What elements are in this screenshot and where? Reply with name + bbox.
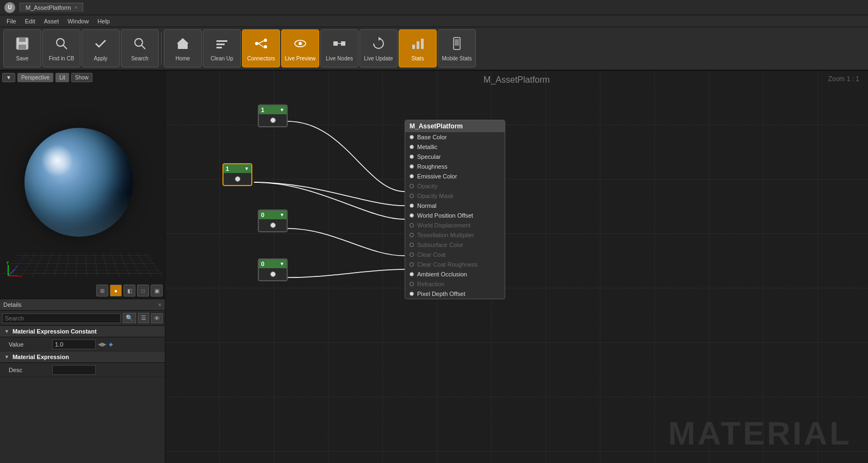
details-search-button[interactable]: 🔍 <box>123 313 136 323</box>
mat-pin-row-ambient-occlusion[interactable]: Ambient Occlusion <box>405 269 505 279</box>
plane-tool[interactable]: ◧ <box>123 285 135 297</box>
apply-button[interactable]: Apply <box>82 29 120 67</box>
home-button[interactable]: Home <box>164 29 202 67</box>
property-stepper[interactable]: ◀▶ <box>98 341 107 347</box>
node1-output-pin[interactable] <box>270 118 276 123</box>
node4-output-pin[interactable] <box>270 271 276 277</box>
live-update-button[interactable]: Live Update <box>359 29 398 67</box>
cube-tool[interactable]: □ <box>137 285 149 297</box>
live-preview-button[interactable]: Live Preview <box>281 29 319 67</box>
mat-pin-row-specular[interactable]: Specular <box>405 152 505 162</box>
search-button[interactable]: Search <box>121 29 159 67</box>
material-node[interactable]: M_AssetPlatform Base ColorMetallicSpecul… <box>405 120 505 299</box>
constant-node-4[interactable]: 0 ▼ <box>258 258 288 281</box>
mat-pin-label: Ambient Occlusion <box>417 271 467 277</box>
mat-pin-row-clear-coat-roughness[interactable]: Clear Coat Roughness <box>405 260 505 269</box>
mat-pin-row-clear-coat[interactable]: Clear Coat <box>405 250 505 260</box>
details-panel: Details × 🔍 ☰ 👁 Material Expression Cons… <box>0 299 165 463</box>
apply-label: Apply <box>94 55 107 61</box>
live-preview-label: Live Preview <box>285 55 316 61</box>
property-input-value[interactable] <box>52 339 96 349</box>
property-label: Value <box>9 341 52 348</box>
viewport[interactable]: ▼ Perspective Lit Show x y z <box>0 71 165 299</box>
mat-pin-row-subsurface-color[interactable]: Subsurface Color <box>405 240 505 250</box>
constant-node-2[interactable]: 1 ▼ <box>222 163 252 186</box>
svg-line-6 <box>141 45 145 49</box>
mat-pin-label: Refraction <box>417 281 444 287</box>
perspective-btn[interactable]: Perspective <box>17 73 53 82</box>
mat-pin-row-world-position-offset[interactable]: World Position Offset <box>405 211 505 220</box>
svg-rect-2 <box>18 45 26 49</box>
svg-rect-19 <box>341 41 345 46</box>
save-button[interactable]: Save <box>3 29 41 67</box>
mat-pin-label: Normal <box>417 202 436 209</box>
grid-tool[interactable]: ⊞ <box>96 285 108 297</box>
find-in-cb-button[interactable]: Find in CB <box>42 29 80 67</box>
node2-output-pin[interactable] <box>235 176 240 182</box>
details-list-btn[interactable]: ☰ <box>138 313 149 323</box>
node-editor[interactable]: M_AssetPlatform Zoom 1 : 1 MATERIAL 1 ▼ <box>165 71 868 463</box>
node3-output-pin[interactable] <box>270 223 276 228</box>
show-btn[interactable]: Show <box>71 73 92 82</box>
mat-pin-row-opacity[interactable]: Opacity <box>405 181 505 191</box>
node1-arrow[interactable]: ▼ <box>280 107 284 113</box>
menu-item-edit[interactable]: Edit <box>21 17 40 26</box>
node4-arrow[interactable]: ▼ <box>280 261 284 267</box>
mat-pin-dot <box>410 292 414 296</box>
mat-pin-label: Opacity <box>417 183 437 189</box>
lit-btn[interactable]: Lit <box>55 73 69 82</box>
titlebar: U M_AssetPlatform × <box>0 0 868 15</box>
mobile-stats-button[interactable]: Mobile Stats <box>438 29 476 67</box>
menu-item-file[interactable]: File <box>2 17 21 26</box>
mat-pin-row-base-color[interactable]: Base Color <box>405 132 505 142</box>
constant-node-1[interactable]: 1 ▼ <box>258 104 288 127</box>
menu-item-asset[interactable]: Asset <box>40 17 64 26</box>
details-search-input[interactable] <box>2 313 121 323</box>
tab-close[interactable]: × <box>75 5 77 10</box>
section-header-material-expression-constant[interactable]: Material Expression Constant <box>0 326 165 337</box>
connectors-button[interactable]: Connectors <box>242 29 280 67</box>
details-close[interactable]: × <box>158 301 162 308</box>
node-editor-title: M_AssetPlatform <box>483 75 550 85</box>
menu-item-window[interactable]: Window <box>63 17 93 26</box>
mat-pin-row-emissive-color[interactable]: Emissive Color <box>405 171 505 181</box>
mat-pin-label: Opacity Mask <box>417 193 454 199</box>
mat-pin-dot <box>410 243 414 247</box>
details-eye-btn[interactable]: 👁 <box>151 313 163 323</box>
node3-arrow[interactable]: ▼ <box>280 212 284 218</box>
mat-pin-row-tessellation-multiplier[interactable]: Tessellation Multiplier <box>405 230 505 240</box>
zoom-indicator: Zoom 1 : 1 <box>828 75 859 83</box>
settings-tool[interactable]: ▣ <box>151 285 163 297</box>
mat-pin-row-metallic[interactable]: Metallic <box>405 142 505 152</box>
property-pin[interactable]: ◈ <box>109 341 113 347</box>
mat-pin-row-world-displacement[interactable]: World Displacement <box>405 220 505 230</box>
mat-pin-label: Emissive Color <box>417 173 457 180</box>
home-icon <box>175 36 190 53</box>
svg-rect-10 <box>216 47 222 48</box>
mat-pin-row-refraction[interactable]: Refraction <box>405 279 505 289</box>
svg-text:z: z <box>15 264 17 269</box>
node2-arrow[interactable]: ▼ <box>244 166 249 171</box>
mat-pin-row-pixel-depth-offset[interactable]: Pixel Depth Offset <box>405 289 505 299</box>
material-node-header: M_AssetPlatform <box>405 120 505 132</box>
clean-up-button[interactable]: Clean Up <box>203 29 241 67</box>
node4-value: 0 <box>261 261 264 267</box>
mat-pin-row-opacity-mask[interactable]: Opacity Mask <box>405 191 505 201</box>
section-header-material-expression[interactable]: Material Expression <box>0 351 165 363</box>
find-in-cb-label: Find in CB <box>49 55 75 61</box>
menubar: FileEditAssetWindowHelp <box>0 15 868 27</box>
live-nodes-button[interactable]: Live Nodes <box>320 29 358 67</box>
mat-pin-dot <box>410 145 414 149</box>
sphere-tool[interactable]: ● <box>110 285 122 297</box>
menu-item-help[interactable]: Help <box>93 17 114 26</box>
mat-pin-label: Clear Coat <box>417 251 446 258</box>
stats-button[interactable]: Stats <box>399 29 437 67</box>
mat-pin-row-roughness[interactable]: Roughness <box>405 162 505 171</box>
mat-pin-dot <box>410 213 414 218</box>
app-tab[interactable]: M_AssetPlatform × <box>20 3 83 12</box>
live-update-icon <box>371 36 386 53</box>
property-input-desc[interactable] <box>52 365 96 375</box>
constant-node-3[interactable]: 0 ▼ <box>258 209 288 232</box>
mat-pin-row-normal[interactable]: Normal <box>405 201 505 211</box>
viewport-toggle-btn[interactable]: ▼ <box>2 73 15 82</box>
